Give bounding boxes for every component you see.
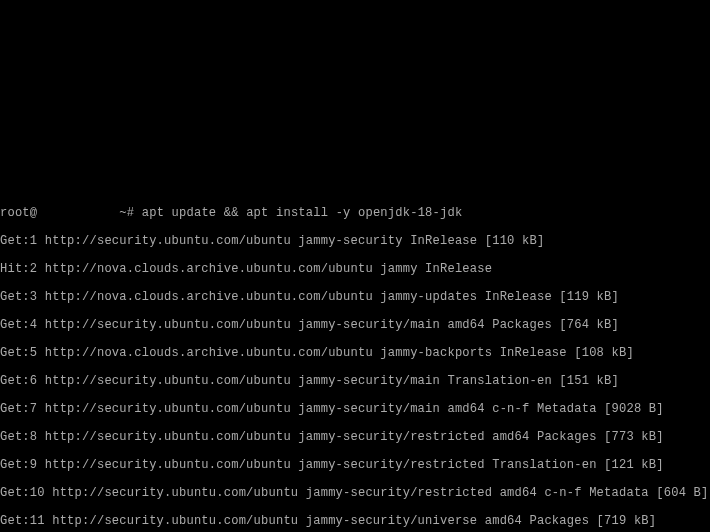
- output-line: Get:1 http://security.ubuntu.com/ubuntu …: [0, 234, 710, 248]
- output-line: Get:9 http://security.ubuntu.com/ubuntu …: [0, 458, 710, 472]
- output-line: Get:3 http://nova.clouds.archive.ubuntu.…: [0, 290, 710, 304]
- output-line: Get:5 http://nova.clouds.archive.ubuntu.…: [0, 346, 710, 360]
- output-line: Get:11 http://security.ubuntu.com/ubuntu…: [0, 514, 710, 528]
- command-text[interactable]: apt update && apt install -y openjdk-18-…: [142, 206, 463, 220]
- output-line: Get:4 http://security.ubuntu.com/ubuntu …: [0, 318, 710, 332]
- output-line: Get:7 http://security.ubuntu.com/ubuntu …: [0, 402, 710, 416]
- output-line: Get:8 http://security.ubuntu.com/ubuntu …: [0, 430, 710, 444]
- prompt-host-mask: [37, 206, 112, 220]
- prompt-cwd: ~#: [119, 206, 134, 220]
- output-line: Get:10 http://security.ubuntu.com/ubuntu…: [0, 486, 710, 500]
- shell-prompt-line: root@ ~# apt update && apt install -y op…: [0, 206, 710, 220]
- output-line: Get:6 http://security.ubuntu.com/ubuntu …: [0, 374, 710, 388]
- prompt-user: root@: [0, 206, 37, 220]
- output-line: Hit:2 http://nova.clouds.archive.ubuntu.…: [0, 262, 710, 276]
